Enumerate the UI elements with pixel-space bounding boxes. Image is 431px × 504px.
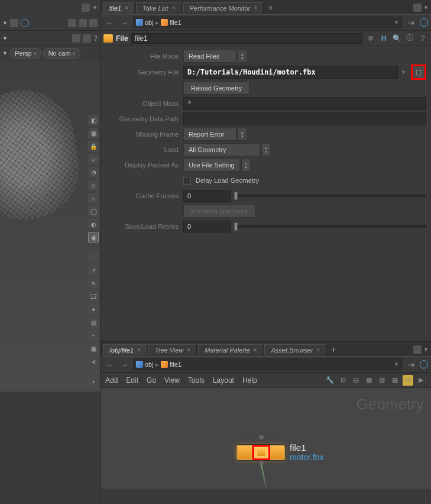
object-mask-input[interactable] — [183, 97, 426, 110]
help-icon[interactable]: ? — [417, 33, 428, 44]
curve-icon[interactable]: ⌐ — [88, 330, 99, 341]
tab-obj-file1[interactable]: /obj/file1 × — [103, 344, 147, 356]
ghost-tool-icon[interactable] — [79, 19, 87, 27]
follow-selection-icon[interactable] — [420, 360, 428, 369]
path-field[interactable]: obj ▸ file1 ▼ — [133, 17, 402, 28]
menu-view[interactable]: View — [164, 376, 180, 385]
pane-menu-icon[interactable]: ▼ — [423, 347, 429, 353]
brush-icon[interactable]: ✦ — [88, 304, 99, 315]
file-dropdown-icon[interactable]: ▼ — [399, 69, 408, 75]
close-icon[interactable]: × — [187, 347, 190, 353]
tree-icon[interactable]: ⊟ — [338, 375, 348, 386]
pane-menu-icon[interactable]: ▼ — [92, 5, 98, 11]
wireframe-icon[interactable]: ▦ — [88, 128, 99, 138]
tab-material-palette[interactable]: Material Palette × — [198, 344, 263, 356]
crumb-obj[interactable]: obj — [145, 361, 154, 368]
close-icon[interactable]: × — [137, 347, 141, 353]
close-icon[interactable]: × — [316, 347, 320, 353]
list-tool-icon[interactable] — [83, 34, 91, 43]
persp-dropdown[interactable]: Persp — [9, 48, 41, 59]
select-tool-icon[interactable] — [72, 34, 80, 43]
lock-icon[interactable]: 🔒 — [88, 141, 99, 151]
pane-maximize-icon[interactable] — [82, 4, 90, 12]
camera-dd-arrow[interactable]: ▼ — [2, 50, 8, 56]
env-icon[interactable]: ◐ — [88, 219, 99, 230]
tab-asset-browser[interactable]: Asset Browser × — [264, 344, 326, 356]
follow-icon[interactable] — [21, 19, 29, 27]
person-icon[interactable]: ☺ — [88, 154, 99, 164]
dropdown-arrow-2[interactable]: ▼ — [2, 35, 8, 41]
display-packed-select[interactable]: Use File Setting — [183, 159, 240, 172]
ring-icon[interactable]: ◯ — [88, 206, 99, 217]
missing-frame-select[interactable]: Report Error — [183, 128, 236, 141]
forward-button[interactable]: → — [118, 17, 130, 28]
close-icon[interactable]: × — [254, 347, 257, 353]
snap-icon[interactable]: ⊰ — [88, 356, 99, 367]
menu-go[interactable]: Go — [147, 376, 156, 385]
num12-icon[interactable]: 12 — [88, 291, 99, 302]
pin-icon[interactable] — [10, 19, 18, 27]
3d-viewport[interactable]: ◧ ▦ 🔒 ☺ ◔ ⎋ ☼ ◯ ◐ ▣ · ↗ ✎ 12 ✦ ▤ ⌐ ▦ ⊰ •… — [0, 60, 100, 392]
back-button[interactable]: ← — [103, 359, 115, 370]
point-icon[interactable]: · — [88, 252, 99, 263]
grid-color-icon[interactable]: ▦ — [364, 375, 374, 386]
menu-layout[interactable]: Layout — [213, 376, 234, 385]
delay-load-checkbox[interactable] — [183, 177, 191, 185]
tab-file1[interactable]: file1 × — [103, 2, 135, 14]
browse-file-button[interactable]: ⬚ — [411, 64, 426, 80]
save-retries-slider[interactable] — [234, 221, 426, 232]
dot-icon[interactable]: • — [88, 376, 99, 387]
pin-icon[interactable]: ⇥ — [405, 17, 417, 28]
crumb-obj[interactable]: obj — [145, 19, 154, 26]
search-icon[interactable]: 🔍 — [391, 33, 402, 44]
menu-help[interactable]: Help — [242, 376, 257, 385]
camera-dropdown[interactable]: No cam — [43, 48, 80, 59]
light-icon[interactable]: ☼ — [88, 193, 99, 203]
node-name-input[interactable] — [131, 33, 362, 44]
add-tab-button[interactable]: + — [328, 344, 339, 356]
grid-icon-a[interactable]: ▤ — [88, 317, 99, 328]
follow-selection-icon[interactable] — [420, 18, 428, 27]
list-icon[interactable]: ▤ — [351, 375, 361, 386]
cache-frames-slider[interactable] — [234, 190, 426, 202]
display-flag[interactable] — [270, 446, 284, 459]
shading-icon[interactable]: ◧ — [88, 115, 99, 125]
plane-tool-icon[interactable] — [89, 19, 98, 27]
normal-icon[interactable]: ✎ — [88, 278, 99, 289]
sticky-icon[interactable]: ▭ — [403, 375, 413, 386]
path-dropdown-icon[interactable]: ▼ — [394, 361, 399, 367]
geometry-file-input[interactable] — [183, 66, 398, 79]
file-node[interactable]: file1 motor.fbx — [236, 442, 324, 462]
menu-add[interactable]: Add — [105, 376, 118, 385]
tab-performance-monitor[interactable]: Performance Monitor × — [183, 2, 264, 14]
menu-tools[interactable]: Tools — [188, 376, 205, 385]
info-icon[interactable]: ⓘ — [404, 33, 415, 44]
pane-menu-icon[interactable]: ▼ — [423, 5, 429, 11]
file-mode-select[interactable]: Read Files — [183, 50, 236, 63]
wrench-icon[interactable]: 🔧 — [325, 375, 335, 386]
close-icon[interactable]: × — [172, 5, 176, 11]
geometry-data-path-input[interactable] — [183, 112, 426, 125]
close-icon[interactable]: × — [125, 5, 128, 11]
add-tab-button[interactable]: + — [265, 2, 277, 14]
layout-b-icon[interactable]: ▦ — [390, 375, 400, 386]
grid-icon-b[interactable]: ▦ — [88, 343, 99, 354]
camera-tool-icon[interactable]: ▣ — [88, 232, 99, 243]
menu-edit[interactable]: Edit — [126, 376, 138, 385]
tab-take-list[interactable]: Take List × — [136, 2, 182, 14]
forward-button[interactable]: → — [118, 359, 130, 370]
tab-tree-view[interactable]: Tree View × — [148, 344, 197, 356]
node-operator-icon-highlighted[interactable] — [252, 445, 270, 460]
help-icon[interactable]: ? — [93, 34, 98, 43]
reload-geometry-button[interactable]: Reload Geometry — [183, 82, 249, 95]
bypass-flag[interactable] — [238, 446, 252, 459]
pin-icon[interactable]: ⇥ — [405, 359, 417, 370]
pane-max-icon[interactable] — [413, 345, 422, 354]
select-arrows-icon[interactable] — [241, 159, 251, 172]
layout-a-icon[interactable]: ▥ — [377, 375, 387, 386]
close-icon[interactable]: × — [254, 5, 257, 11]
crumb-file1[interactable]: file1 — [170, 19, 182, 26]
path-dropdown-icon[interactable]: ▼ — [394, 20, 399, 25]
pane-max-icon[interactable] — [413, 4, 422, 12]
select-arrows-icon[interactable] — [261, 143, 271, 156]
